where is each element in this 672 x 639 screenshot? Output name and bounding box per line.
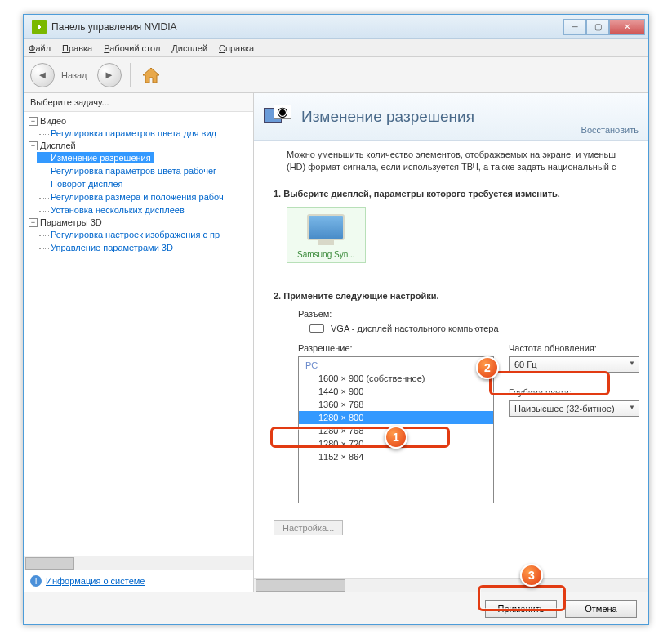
main-header: ◉ Изменение разрешения Восстановить bbox=[254, 93, 648, 141]
tree-image-3d[interactable]: Регулировка настроек изображения с пр bbox=[37, 229, 222, 240]
system-info-link[interactable]: Информация о системе bbox=[46, 576, 145, 586]
settings-tab[interactable]: Настройка... bbox=[274, 520, 343, 535]
connector-label: Разъем: bbox=[298, 309, 637, 319]
restore-link[interactable]: Восстановить bbox=[581, 125, 639, 135]
toolbar-divider bbox=[130, 63, 131, 87]
nvidia-icon bbox=[32, 20, 47, 34]
svg-marker-0 bbox=[143, 68, 159, 83]
resolution-group: PC bbox=[299, 357, 493, 372]
main-panel: ◉ Изменение разрешения Восстановить Можн… bbox=[254, 93, 648, 592]
tree-change-resolution[interactable]: Изменение разрешения bbox=[37, 152, 154, 163]
page-title: Изменение разрешения bbox=[301, 108, 474, 126]
tree-multi-display[interactable]: Установка нескольких дисплеев bbox=[37, 204, 187, 216]
callout-1: 1 bbox=[385, 426, 407, 449]
sidebar-header: Выберите задачу... bbox=[24, 93, 253, 112]
callout-3: 3 bbox=[520, 564, 543, 587]
tree-manage-3d[interactable]: Управление параметрами 3D bbox=[37, 242, 176, 253]
window-title: Панель управления NVIDIA bbox=[51, 21, 563, 33]
tree-toggle-video[interactable]: − bbox=[29, 117, 38, 126]
tree-toggle-3d[interactable]: − bbox=[29, 218, 38, 227]
home-icon bbox=[143, 68, 159, 83]
step1-title: 1. Выберите дисплей, параметры которого … bbox=[274, 189, 637, 199]
task-tree[interactable]: −Видео Регулировка параметров цвета для … bbox=[24, 112, 253, 556]
menu-file[interactable]: Файл bbox=[29, 43, 51, 53]
footer: Применить Отмена bbox=[24, 592, 648, 624]
tree-size-position[interactable]: Регулировка размера и положения рабоч bbox=[37, 191, 226, 203]
menu-desktop[interactable]: Рабочий стол bbox=[104, 43, 160, 53]
res-item-1[interactable]: 1440 × 900 bbox=[299, 385, 493, 398]
info-icon: i bbox=[30, 575, 42, 587]
close-button[interactable]: ✕ bbox=[609, 19, 645, 35]
tree-video[interactable]: Видео bbox=[40, 116, 66, 126]
sidebar-hscroll[interactable] bbox=[24, 556, 253, 570]
res-item-0[interactable]: 1600 × 900 (собственное) bbox=[299, 372, 493, 385]
refresh-combo[interactable]: 60 Гц bbox=[509, 356, 639, 373]
tree-display[interactable]: Дисплей bbox=[40, 141, 76, 150]
menu-display[interactable]: Дисплей bbox=[171, 43, 207, 53]
depth-label: Глубина цвета: bbox=[509, 387, 639, 397]
resolution-icon: ◉ bbox=[264, 105, 293, 129]
depth-combo[interactable]: Наивысшее (32-битное) bbox=[509, 400, 639, 417]
res-item-3[interactable]: 1280 × 800 bbox=[299, 411, 493, 424]
menu-help[interactable]: Справка bbox=[219, 43, 254, 53]
menubar: Файл Правка Рабочий стол Дисплей Справка bbox=[24, 39, 648, 57]
tree-video-color[interactable]: Регулировка параметров цвета для вид bbox=[37, 127, 219, 139]
apply-button[interactable]: Применить bbox=[485, 600, 557, 618]
minimize-button[interactable]: ─ bbox=[563, 19, 586, 35]
back-label: Назад bbox=[61, 70, 87, 80]
sidebar-footer: i Информация о системе bbox=[24, 570, 253, 592]
res-item-6[interactable]: 1152 × 864 bbox=[299, 450, 493, 463]
back-button[interactable]: ◄ bbox=[30, 63, 55, 87]
monitor-icon bbox=[307, 214, 345, 247]
tree-rotate-display[interactable]: Поворот дисплея bbox=[37, 178, 125, 190]
resolution-label: Разрешение: bbox=[298, 343, 494, 353]
titlebar[interactable]: Панель управления NVIDIA ─ ▢ ✕ bbox=[24, 15, 648, 39]
display-tile[interactable]: Samsung Syn... bbox=[287, 207, 366, 263]
tree-desktop-color[interactable]: Регулировка параметров цвета рабочег bbox=[37, 165, 219, 177]
refresh-label: Частота обновления: bbox=[509, 343, 639, 353]
menu-edit[interactable]: Правка bbox=[62, 43, 92, 53]
description-text: Можно уменьшить количество элементов, от… bbox=[287, 149, 637, 174]
tree-toggle-display[interactable]: − bbox=[29, 141, 38, 150]
forward-button[interactable]: ► bbox=[97, 63, 122, 87]
task-sidebar: Выберите задачу... −Видео Регулировка па… bbox=[24, 93, 254, 592]
connector-value: VGA - дисплей настольного компьютера bbox=[331, 324, 499, 333]
tree-3d-params[interactable]: Параметры 3D bbox=[40, 217, 102, 227]
vga-icon bbox=[309, 324, 324, 333]
toolbar: ◄ Назад ► bbox=[24, 57, 648, 93]
res-item-2[interactable]: 1360 × 768 bbox=[299, 398, 493, 411]
monitor-name: Samsung Syn... bbox=[297, 250, 355, 259]
main-hscroll[interactable] bbox=[254, 578, 648, 592]
maximize-button[interactable]: ▢ bbox=[586, 19, 609, 35]
callout-2: 2 bbox=[476, 356, 499, 379]
main-body: Можно уменьшить количество элементов, от… bbox=[254, 141, 648, 578]
cancel-button[interactable]: Отмена bbox=[565, 600, 637, 618]
nvidia-control-panel-window: Панель управления NVIDIA ─ ▢ ✕ Файл Прав… bbox=[23, 14, 649, 625]
home-button[interactable] bbox=[139, 63, 163, 87]
step2-title: 2. Примените следующие настройки. bbox=[274, 291, 637, 301]
